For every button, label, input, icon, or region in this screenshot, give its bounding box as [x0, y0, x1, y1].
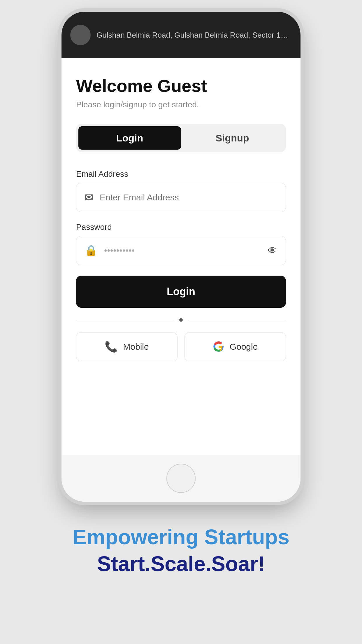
login-tab[interactable]: Login: [78, 126, 181, 150]
signup-tab[interactable]: Signup: [181, 126, 284, 150]
google-login-button[interactable]: Google: [184, 332, 286, 361]
app-content: Welcome Guest Please login/signup to get…: [61, 58, 301, 455]
divider-dot: [179, 318, 183, 322]
toggle-password-icon[interactable]: 👁: [268, 245, 277, 256]
divider-line-left: [76, 320, 174, 320]
mobile-login-button[interactable]: 📞 Mobile: [76, 332, 178, 361]
google-label: Google: [230, 342, 258, 352]
login-button[interactable]: Login: [76, 276, 286, 308]
divider: [76, 318, 286, 322]
email-icon: ✉: [85, 191, 93, 204]
tab-switcher: Login Signup: [76, 124, 286, 152]
email-input-wrapper: ✉: [76, 183, 286, 212]
email-input[interactable]: [100, 192, 277, 202]
tagline-line2: Start.Scale.Soar!: [17, 552, 345, 576]
phone-top-bar: Gulshan Belmia Road, Gulshan Belmia Road…: [61, 12, 301, 58]
tagline-section: Empowering Startups Start.Scale.Soar!: [0, 502, 362, 576]
mobile-label: Mobile: [123, 342, 149, 352]
top-bar-text: Gulshan Belmia Road, Gulshan Belmia Road…: [96, 31, 292, 40]
phone-shell: Gulshan Belmia Road, Gulshan Belmia Road…: [61, 12, 301, 502]
welcome-title: Welcome Guest: [76, 76, 286, 96]
home-button[interactable]: [166, 464, 196, 493]
password-label: Password: [76, 223, 286, 232]
google-icon: [213, 341, 224, 353]
phone-icon: 📞: [105, 341, 118, 353]
welcome-subtitle: Please login/signup to get started.: [76, 100, 286, 109]
home-button-area: [61, 455, 301, 502]
divider-line-right: [188, 320, 286, 320]
social-buttons: 📞 Mobile Google: [76, 332, 286, 361]
tagline-line1: Empowering Startups: [17, 525, 345, 549]
email-label: Email Address: [76, 169, 286, 179]
password-input-wrapper: 🔒 👁: [76, 236, 286, 265]
lock-icon: 🔒: [85, 244, 98, 257]
avatar: [70, 25, 91, 45]
password-input[interactable]: [104, 246, 268, 256]
